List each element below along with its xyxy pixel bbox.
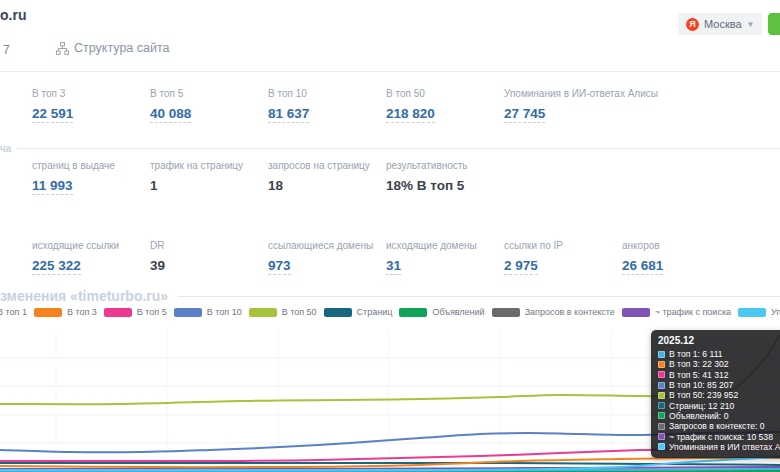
tooltip-text: ~ трафик с поиска: 10 538 bbox=[669, 432, 773, 442]
legend-label: В топ 50 bbox=[282, 307, 317, 317]
yandex-icon: Я bbox=[686, 18, 699, 31]
metric-cell: исходящие домены31 bbox=[386, 240, 504, 275]
tooltip-swatch bbox=[658, 351, 665, 358]
tooltip-swatch bbox=[658, 443, 665, 450]
section-divider-line bbox=[178, 296, 780, 297]
metric-label: исходящие домены bbox=[386, 240, 504, 251]
metric-label: результативность bbox=[386, 160, 504, 171]
metric-value[interactable]: 11 993 bbox=[32, 178, 73, 195]
tooltip-row: ~ трафик с поиска: 10 538 bbox=[658, 431, 780, 441]
site-structure-link[interactable]: Структура сайта bbox=[56, 41, 170, 55]
metric-label: страниц в выдаче bbox=[32, 160, 150, 171]
section-divider-line bbox=[17, 148, 780, 149]
chart-legend: В топ 1В топ 3В топ 5В топ 10В топ 50Стр… bbox=[0, 307, 780, 317]
metric-value[interactable]: 2 975 bbox=[504, 258, 538, 275]
legend-item[interactable]: Страниц bbox=[324, 307, 393, 317]
metric-cell: запросов на страницу18 bbox=[268, 160, 386, 195]
metric-cell: трафик на страницу1 bbox=[150, 160, 268, 195]
metric-label: запросов на страницу bbox=[268, 160, 386, 171]
metric-value[interactable]: 22 591 bbox=[32, 106, 73, 123]
tooltip-row: Объявлений: 0 bbox=[658, 411, 780, 421]
metric-cell: ссылающиеся домены973 bbox=[268, 240, 386, 275]
legend-label: В топ 10 bbox=[207, 307, 242, 317]
legend-label: В топ 1 bbox=[0, 307, 27, 317]
metric-value[interactable]: 27 745 bbox=[504, 106, 545, 123]
tooltip-text: Запросов в контексте: 0 bbox=[669, 421, 765, 431]
metric-value: 18% В топ 5 bbox=[386, 178, 464, 193]
metrics-row-links: исходящие ссылки225 322DR39ссылающиеся д… bbox=[32, 240, 740, 275]
metric-value[interactable]: 218 820 bbox=[386, 106, 435, 123]
tooltip-row: В топ 50: 239 952 bbox=[658, 390, 780, 400]
legend-label: Упоминания в ИИ ответах Алисы bbox=[771, 307, 780, 317]
tooltip-text: Объявлений: 0 bbox=[669, 411, 728, 421]
tooltip-text: В топ 1: 6 111 bbox=[669, 349, 723, 359]
chart-tooltip: 2025.12 В топ 1: 6 111В топ 3: 22 302В т… bbox=[651, 330, 780, 458]
legend-item[interactable]: В топ 5 bbox=[104, 307, 167, 317]
legend-swatch bbox=[738, 308, 766, 317]
tooltip-text: В топ 5: 41 312 bbox=[669, 370, 729, 380]
legend-item[interactable]: В топ 10 bbox=[174, 307, 242, 317]
header-divider bbox=[0, 71, 780, 72]
metric-label: ссылающиеся домены bbox=[268, 240, 386, 251]
tooltip-text: Упоминания в ИИ ответах Алисы: 25 1 bbox=[669, 442, 780, 452]
legend-item[interactable]: Упоминания в ИИ ответах Алисы bbox=[738, 307, 780, 317]
tooltip-date: 2025.12 bbox=[658, 335, 780, 346]
section-divider-issuance: ча bbox=[0, 143, 780, 154]
legend-item[interactable]: В топ 1 bbox=[0, 307, 27, 317]
legend-label: В топ 5 bbox=[137, 307, 167, 317]
site-structure-label: Структура сайта bbox=[74, 41, 170, 55]
legend-item[interactable]: Объявлений bbox=[399, 307, 484, 317]
metric-cell: В топ 1081 637 bbox=[268, 88, 386, 123]
metric-value[interactable]: 225 322 bbox=[32, 258, 81, 275]
legend-swatch bbox=[34, 308, 62, 317]
legend-swatch bbox=[324, 308, 352, 317]
metric-label: В топ 5 bbox=[150, 88, 268, 99]
tooltip-swatch bbox=[658, 412, 665, 419]
site-domain: o.ru bbox=[0, 7, 26, 23]
metric-label: В топ 10 bbox=[268, 88, 386, 99]
legend-item[interactable]: В топ 50 bbox=[249, 307, 317, 317]
action-button[interactable] bbox=[768, 13, 780, 35]
metric-label: анкоров bbox=[622, 240, 740, 251]
tooltip-text: В топ 10: 85 207 bbox=[669, 380, 733, 390]
legend-label: ~ трафик с поиска bbox=[655, 307, 731, 317]
metric-value[interactable]: 26 681 bbox=[622, 258, 663, 275]
metric-label: В топ 3 bbox=[32, 88, 150, 99]
legend-swatch bbox=[104, 308, 132, 317]
changes-title: зменения «timeturbo.ru» bbox=[0, 288, 168, 304]
metric-value[interactable]: 31 bbox=[386, 258, 401, 275]
metric-value[interactable]: 40 088 bbox=[150, 106, 191, 123]
metric-cell: В топ 322 591 bbox=[32, 88, 150, 123]
chevron-down-icon: ▼ bbox=[747, 20, 755, 29]
tooltip-row: Страниц: 12 210 bbox=[658, 400, 780, 410]
tooltip-text: Страниц: 12 210 bbox=[669, 401, 734, 411]
legend-item[interactable]: ~ трафик с поиска bbox=[622, 307, 731, 317]
legend-item[interactable]: Запросов в контексте bbox=[492, 307, 615, 317]
region-selector[interactable]: Я Москва ▼ bbox=[678, 13, 762, 35]
legend-item[interactable]: В топ 3 bbox=[34, 307, 97, 317]
tooltip-swatch bbox=[658, 382, 665, 389]
tooltip-swatch bbox=[658, 402, 665, 409]
metric-cell: результативность18% В топ 5 bbox=[386, 160, 504, 195]
metric-label: DR bbox=[150, 240, 268, 251]
metric-label: В топ 50 bbox=[386, 88, 504, 99]
metric-value: 1 bbox=[150, 178, 158, 193]
tooltip-swatch bbox=[658, 423, 665, 430]
metric-value[interactable]: 973 bbox=[268, 258, 291, 275]
metric-cell: В топ 50218 820 bbox=[386, 88, 504, 123]
tooltip-text: В топ 50: 239 952 bbox=[669, 390, 738, 400]
tooltip-row: В топ 5: 41 312 bbox=[658, 370, 780, 380]
legend-label: Запросов в контексте bbox=[525, 307, 615, 317]
legend-swatch bbox=[249, 308, 277, 317]
metric-cell: анкоров26 681 bbox=[622, 240, 740, 275]
metric-value[interactable]: 81 637 bbox=[268, 106, 309, 123]
seo-dashboard: o.ru 7 Структура сайта Я Москва ▼ В топ … bbox=[0, 0, 780, 472]
region-label: Москва bbox=[704, 18, 742, 30]
legend-label: Страниц bbox=[357, 307, 393, 317]
metric-cell: исходящие ссылки225 322 bbox=[32, 240, 150, 275]
section-label-fragment: ча bbox=[0, 143, 11, 154]
metric-value: 18 bbox=[268, 178, 283, 193]
tooltip-row: В топ 1: 6 111 bbox=[658, 349, 780, 359]
metrics-row-pages: страниц в выдаче11 993трафик на страницу… bbox=[32, 160, 504, 195]
metric-value: 39 bbox=[150, 258, 165, 273]
